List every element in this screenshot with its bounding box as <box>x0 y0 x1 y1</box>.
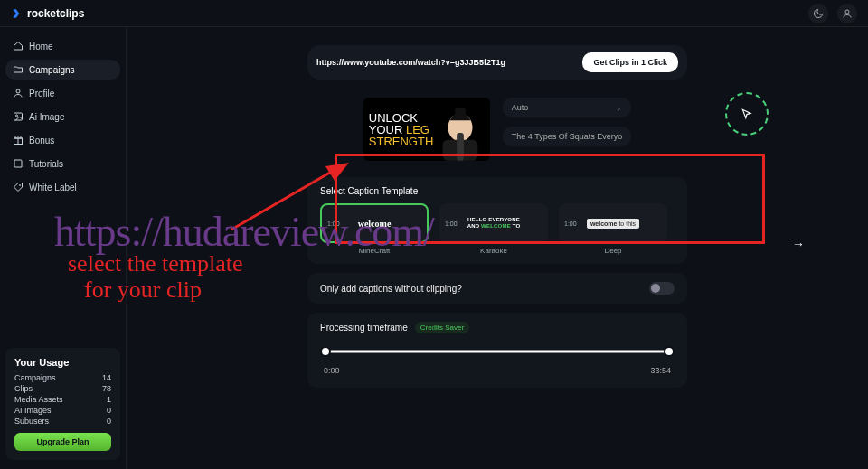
home-icon <box>13 41 24 52</box>
timeframe-slider[interactable] <box>320 342 675 361</box>
cursor-indicator <box>725 92 769 136</box>
slider-handle-end[interactable] <box>664 346 675 357</box>
upgrade-plan-button[interactable]: Upgrade Plan <box>14 433 111 451</box>
logo-icon <box>11 7 24 20</box>
caption-template-panel: Select Caption Template 1:00 welcome Min… <box>307 177 687 264</box>
thumb-line3: STRENGTH <box>369 135 434 148</box>
chevron-down-icon: ⌄ <box>616 104 622 112</box>
timeframe-panel: Processing timeframe Credits Saver 0:00 … <box>307 313 687 388</box>
template-label: Deep <box>559 247 667 255</box>
usage-row: Media Assets1 <box>14 395 111 404</box>
folder-icon <box>13 64 24 75</box>
svg-point-5 <box>20 185 21 186</box>
template-timestamp: 1:00 <box>445 220 458 227</box>
slider-handle-start[interactable] <box>320 346 331 357</box>
template-preview-text: welcome <box>358 219 392 229</box>
usage-row: Clips78 <box>14 384 111 393</box>
panel-heading: Select Caption Template <box>320 186 675 196</box>
get-clips-button[interactable]: Get Clips in 1 Click <box>582 52 678 72</box>
template-karaoke[interactable]: 1:00 HELLO EVERYONE AND WELCOME TO <box>439 203 548 243</box>
usage-row: Subusers0 <box>14 417 111 426</box>
sidebar-item-label: Home <box>29 42 53 52</box>
svg-rect-7 <box>455 108 466 116</box>
svg-rect-2 <box>14 113 23 120</box>
image-icon <box>13 111 24 122</box>
sidebar-item-label: Campaigns <box>29 65 75 75</box>
sidebar-item-label: Tutorials <box>29 159 63 169</box>
usage-panel: Your Usage Campaigns14 Clips78 Media Ass… <box>5 348 120 460</box>
svg-point-0 <box>845 10 849 14</box>
sidebar-item-label: White Label <box>29 183 77 192</box>
sidebar-item-bonus[interactable]: Bonus <box>5 130 120 150</box>
timeframe-title: Processing timeframe <box>320 323 408 333</box>
svg-point-3 <box>16 115 18 117</box>
video-title-pill[interactable]: The 4 Types Of Squats Everyo <box>503 127 631 146</box>
credits-saver-badge: Credits Saver <box>415 322 469 333</box>
sidebar-item-profile[interactable]: Profile <box>5 83 120 103</box>
usage-row: AI Images0 <box>14 406 111 415</box>
template-minecraft[interactable]: 1:00 welcome <box>320 203 429 243</box>
url-bar: https://www.youtube.com/watch?v=g3JJB5f2… <box>307 45 687 80</box>
video-thumbnail[interactable]: UNLOCK YOUR LEG STRENGTH <box>363 98 490 161</box>
svg-rect-9 <box>457 133 464 161</box>
user-icon <box>842 8 853 19</box>
sidebar: Home Campaigns Profile Ai Image Bonus Tu… <box>0 27 127 469</box>
theme-toggle[interactable] <box>808 4 828 23</box>
sidebar-item-white-label[interactable]: White Label <box>5 177 120 197</box>
account-button[interactable] <box>837 4 857 23</box>
sidebar-item-label: Profile <box>29 89 54 98</box>
sidebar-item-home[interactable]: Home <box>5 36 120 56</box>
next-arrow[interactable]: → <box>792 237 805 251</box>
thumbnail-person <box>434 99 486 161</box>
url-input[interactable]: https://www.youtube.com/watch?v=g3JJB5f2… <box>316 58 573 67</box>
usage-row: Campaigns14 <box>14 373 111 382</box>
gift-icon <box>13 135 24 145</box>
mode-select[interactable]: Auto ⌄ <box>503 98 631 117</box>
sidebar-item-label: Ai Image <box>29 112 64 122</box>
mode-value: Auto <box>512 103 529 112</box>
brand-text: rocketclips <box>27 7 84 20</box>
sidebar-item-tutorials[interactable]: Tutorials <box>5 154 120 174</box>
captions-only-panel: Only add captions without clipping? <box>307 273 687 304</box>
template-label: MineCraft <box>320 247 429 255</box>
sidebar-item-ai-image[interactable]: Ai Image <box>5 107 120 127</box>
captions-only-toggle[interactable] <box>649 282 675 295</box>
timeframe-end: 33:54 <box>650 366 671 375</box>
sidebar-item-label: Bonus <box>29 136 54 145</box>
sidebar-item-campaigns[interactable]: Campaigns <box>5 60 120 80</box>
video-title-text: The 4 Types Of Squats Everyo <box>512 132 622 141</box>
theme-icon <box>813 8 824 19</box>
timeframe-start: 0:00 <box>324 366 340 375</box>
captions-only-label: Only add captions without clipping? <box>320 284 462 294</box>
template-deep[interactable]: 1:00 welcome to this <box>559 203 667 243</box>
template-timestamp: 1:00 <box>327 220 340 227</box>
template-preview-text: HELLO EVERYONE AND WELCOME TO <box>467 217 521 229</box>
cursor-icon <box>741 108 753 120</box>
usage-title: Your Usage <box>14 357 111 368</box>
tag-icon <box>13 182 24 192</box>
svg-point-1 <box>16 89 20 93</box>
template-timestamp: 1:00 <box>564 220 577 227</box>
user-icon <box>13 88 24 98</box>
template-preview-text: welcome to this <box>587 219 639 229</box>
brand[interactable]: rocketclips <box>11 7 84 20</box>
template-label: Karaoke <box>439 247 548 255</box>
book-icon <box>13 158 24 169</box>
